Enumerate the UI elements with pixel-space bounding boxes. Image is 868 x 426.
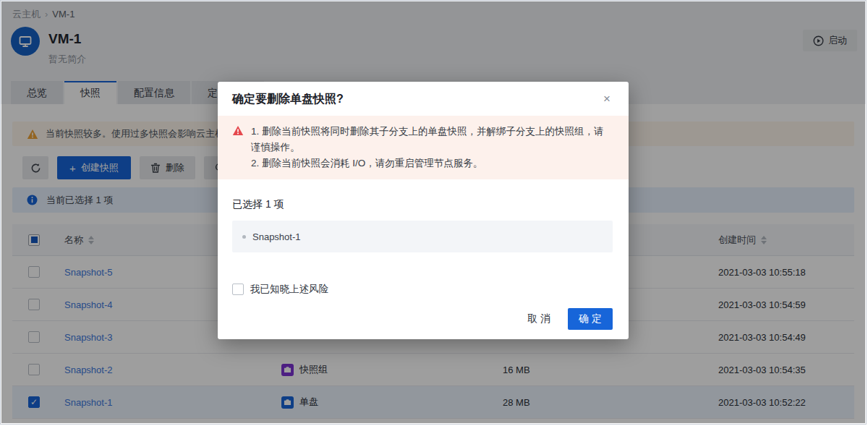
bullet-icon (242, 235, 246, 239)
confirm-button[interactable]: 确 定 (568, 308, 613, 330)
selected-snapshot-item: Snapshot-1 (232, 221, 613, 252)
cancel-button[interactable]: 取 消 (520, 308, 558, 330)
modal-body: 已选择 1 项 Snapshot-1 我已知晓上述风险 (218, 179, 629, 296)
selected-items-box: Snapshot-1 (232, 221, 613, 252)
delete-snapshot-modal: 确定要删除单盘快照? × 1. 删除当前快照将同时删除其子分支上的单盘快照，并解… (218, 82, 629, 339)
modal-warning-alert: 1. 删除当前快照将同时删除其子分支上的单盘快照，并解绑子分支上的快照组，请谨慎… (218, 116, 629, 179)
selected-count-label: 已选择 1 项 (232, 198, 613, 211)
risk-acknowledge-row: 我已知晓上述风险 (232, 283, 613, 296)
risk-checkbox-label: 我已知晓上述风险 (250, 283, 328, 296)
modal-title: 确定要删除单盘快照? (218, 82, 629, 116)
danger-triangle-icon (232, 125, 244, 141)
alert-line-2: 2. 删除当前快照会消耗 I/O，请勿重启管理节点服务。 (251, 156, 611, 171)
risk-checkbox[interactable] (232, 284, 244, 295)
close-icon[interactable]: × (597, 89, 617, 109)
alert-line-1: 1. 删除当前快照将同时删除其子分支上的单盘快照，并解绑子分支上的快照组，请谨慎… (251, 124, 611, 156)
modal-footer: 取 消 确 定 (520, 308, 613, 330)
app-window: 云主机›VM-1 VM-1 暂无简介 启动 总览快照配置信息定时任务 当前快照较… (0, 0, 867, 425)
